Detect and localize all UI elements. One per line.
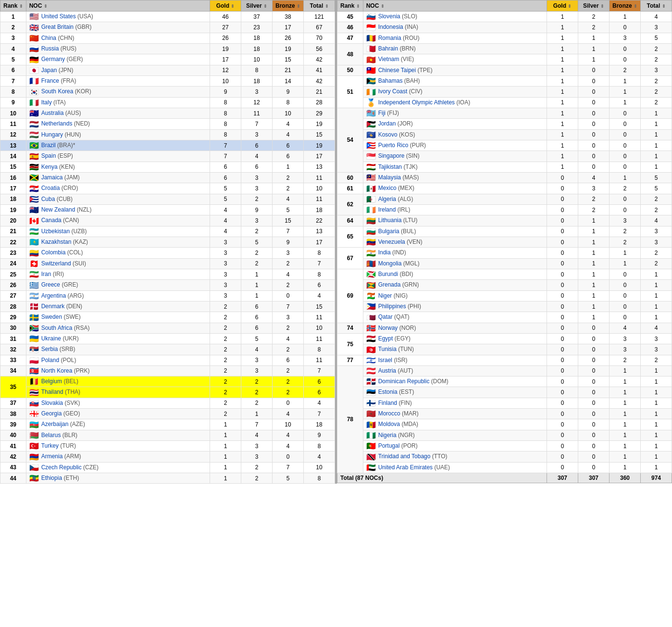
noc-link[interactable]: Japan [41,67,57,74]
noc-link[interactable]: France [41,77,59,84]
noc-link[interactable]: Great Britain [41,24,74,30]
noc-link[interactable]: Germany [41,56,65,63]
noc-link[interactable]: Finland [378,400,397,406]
noc-link[interactable]: Czech Republic [41,464,82,471]
noc-link[interactable]: Puerto Rico [378,142,409,149]
noc-link[interactable]: Venezuela [378,238,405,245]
gold-cell: 19 [210,43,241,54]
bronze-header-right[interactable]: Bronze ⇕ [609,0,640,12]
silver-header-left[interactable]: Silver ⇕ [241,0,272,12]
noc-link[interactable]: United States [41,13,76,20]
noc-link[interactable]: Philippines [378,303,406,310]
noc-link[interactable]: Algeria [378,196,396,202]
noc-link[interactable]: Norway [378,325,398,331]
noc-link[interactable]: Morocco [378,410,400,417]
noc-link[interactable]: Georgia [41,410,62,417]
noc-link[interactable]: Chinese Taipei [378,67,416,74]
rank-header-right[interactable]: Rank ⇕ [337,0,363,12]
noc-link[interactable]: Nigeria [378,432,397,439]
noc-link[interactable]: Vietnam [378,56,399,63]
noc-link[interactable]: South Korea [41,88,74,95]
noc-link[interactable]: Singapore [378,152,405,159]
noc-link[interactable]: Jordan [378,120,396,127]
noc-link[interactable]: China [41,35,56,41]
noc-link[interactable]: Kenya [41,163,58,170]
noc-link[interactable]: Ethiopia [41,475,62,481]
noc-link[interactable]: Spain [41,152,56,159]
noc-link[interactable]: Belgium [41,378,62,385]
noc-link[interactable]: Hungary [41,131,63,138]
noc-link[interactable]: Cuba [41,196,55,202]
noc-link[interactable]: North Korea [41,367,73,374]
noc-link[interactable]: Mongolia [378,260,402,267]
noc-link[interactable]: Romania [378,35,401,41]
noc-link[interactable]: Indonesia [378,24,403,30]
noc-link[interactable]: Tunisia [378,346,397,352]
noc-link[interactable]: Brazil [41,142,56,149]
noc-link[interactable]: Italy [41,99,52,106]
noc-link[interactable]: South Africa [41,325,73,331]
noc-link[interactable]: Trinidad and Tobago [378,453,431,460]
noc-link[interactable]: Poland [41,357,59,364]
noc-link[interactable]: New Zealand [41,206,75,213]
noc-link[interactable]: Qatar [378,314,393,320]
noc-link[interactable]: Bahrain [378,45,398,52]
noc-link[interactable]: Netherlands [41,120,73,127]
noc-header-left[interactable]: NOC ⇕ [26,0,210,12]
noc-link[interactable]: Portugal [378,442,400,449]
rank-header[interactable]: Rank ⇕ [0,0,26,12]
noc-link[interactable]: Jamaica [41,174,63,181]
noc-link[interactable]: Switzerland [41,260,71,267]
noc-link[interactable]: Ireland [378,206,396,213]
noc-link[interactable]: Egypt [378,335,393,342]
noc-link[interactable]: Kazakhstan [41,238,72,245]
noc-link[interactable]: Independent Olympic Athletes [378,99,455,106]
noc-link[interactable]: Canada [41,217,62,224]
noc-link[interactable]: Kosovo [378,131,398,138]
noc-link[interactable]: Croatia [41,185,60,191]
noc-link[interactable]: Estonia [378,389,398,395]
noc-link[interactable]: Grenada [378,281,401,288]
noc-link[interactable]: Turkey [41,442,59,449]
noc-link[interactable]: Slovenia [378,13,400,20]
noc-link[interactable]: Sweden [41,314,62,320]
silver-header-right[interactable]: Silver ⇕ [578,0,609,12]
noc-link[interactable]: Burundi [378,271,398,277]
noc-link[interactable]: Niger [378,292,392,299]
gold-header-right[interactable]: Gold ⇕ [547,0,578,12]
noc-link[interactable]: India [378,249,391,256]
noc-link[interactable]: Bulgaria [378,228,399,235]
noc-link[interactable]: Ukraine [41,335,61,342]
noc-link[interactable]: Colombia [41,249,66,256]
noc-link[interactable]: Bahamas [378,77,403,84]
total-header-right[interactable]: Total ⇕ [641,0,672,12]
noc-link[interactable]: Dominican Republic [378,378,430,385]
noc-link[interactable]: Uzbekistan [41,228,70,235]
noc-link[interactable]: Azerbaijan [41,421,69,427]
noc-link[interactable]: Mexico [378,185,397,191]
noc-link[interactable]: Slovakia [41,400,63,406]
noc-link[interactable]: Argentina [41,292,66,299]
noc-link[interactable]: Greece [41,281,60,288]
noc-link[interactable]: Israel [378,357,392,364]
noc-link[interactable]: Moldova [378,421,400,427]
total-header-left[interactable]: Total ⇕ [304,0,335,12]
noc-header-right[interactable]: NOC ⇕ [363,0,547,12]
noc-link[interactable]: Ivory Coast [378,88,408,95]
noc-link[interactable]: Thailand [41,389,63,395]
noc-link[interactable]: Australia [41,110,64,116]
bronze-header-left[interactable]: Bronze ⇕ [272,0,303,12]
noc-link[interactable]: Serbia [41,346,58,352]
noc-link[interactable]: Tajikistan [378,163,402,170]
noc-link[interactable]: United Arab Emirates [378,464,433,471]
noc-link[interactable]: Armenia [41,453,63,460]
gold-header-left[interactable]: Gold ⇕ [210,0,241,12]
noc-link[interactable]: Austria [378,367,396,374]
noc-link[interactable]: Iran [41,271,51,277]
noc-link[interactable]: Malaysia [378,174,401,181]
noc-link[interactable]: Russia [41,45,59,52]
noc-link[interactable]: Belarus [41,432,61,439]
noc-link[interactable]: Denmark [41,303,65,310]
noc-link[interactable]: Lithuania [378,217,402,224]
noc-link[interactable]: Fiji [378,110,386,116]
